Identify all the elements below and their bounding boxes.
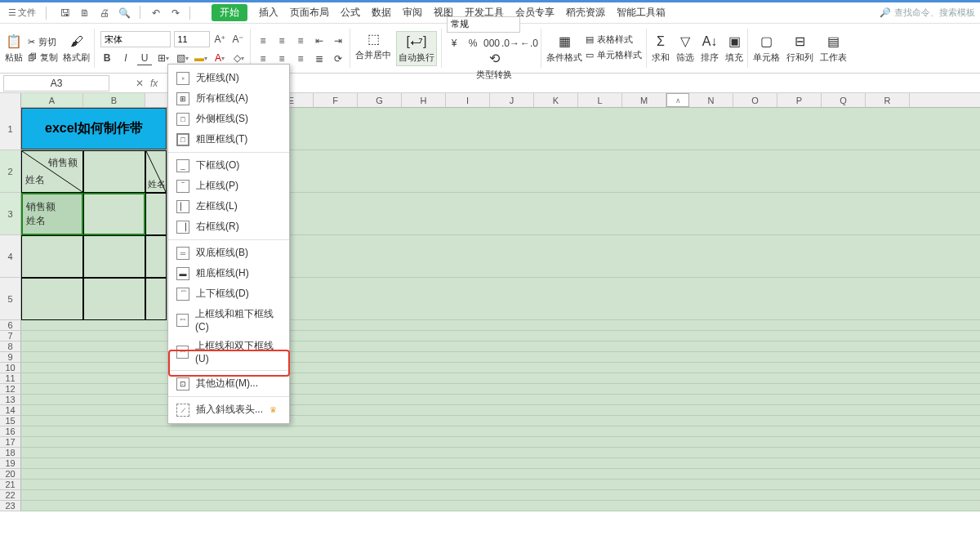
indent-left-icon[interactable]: ⇤ [312, 33, 327, 48]
diagonal-cell-A2[interactable]: 销售额 姓名 [21, 150, 83, 193]
row-cells[interactable] [21, 331, 980, 341]
col-header-B[interactable]: B [83, 93, 145, 107]
row-cells[interactable] [21, 458, 980, 469]
bold-icon[interactable]: B [100, 51, 114, 65]
row-header-7[interactable]: 7 [0, 331, 21, 341]
tab-start[interactable]: 开始 [212, 4, 247, 21]
cancel-fx-icon[interactable]: ✕ [136, 78, 144, 89]
dd-thick-border[interactable]: □粗匣框线(T) [168, 129, 289, 150]
dd-right-border[interactable]: ▕右框线(R) [168, 216, 289, 237]
save-icon[interactable]: 🖫 [58, 6, 73, 20]
redo-icon[interactable]: ↷ [168, 6, 183, 20]
cell-B5[interactable] [83, 278, 145, 320]
dd-top-bottom[interactable]: ⎴上下框线(D) [168, 283, 289, 304]
indent-right-icon[interactable]: ⇥ [331, 33, 345, 48]
inc-decimal-icon[interactable]: .0→ [503, 36, 518, 51]
italic-icon[interactable]: I [118, 51, 133, 65]
row-header-23[interactable]: 23 [0, 501, 21, 511]
row-cells[interactable] [21, 437, 980, 448]
rowcol-button[interactable]: ⊟行和列 [786, 33, 813, 64]
row-cells[interactable] [21, 352, 980, 363]
dd-other-border[interactable]: ⊡其他边框(M)... [168, 373, 289, 394]
row-cells[interactable] [21, 490, 980, 501]
tab-insert[interactable]: 插入 [259, 4, 278, 21]
row-cells[interactable] [21, 320, 980, 331]
dd-left-border[interactable]: ▏左框线(L) [168, 196, 289, 216]
underline-icon[interactable]: U [137, 51, 152, 65]
col-header-P[interactable]: P [777, 93, 822, 107]
row-cells[interactable] [21, 501, 980, 511]
cell-C5[interactable] [145, 278, 167, 320]
number-format-select[interactable] [447, 16, 520, 33]
col-header-Q[interactable]: Q [822, 93, 866, 107]
name-box[interactable]: A3 [3, 75, 109, 91]
row-header-14[interactable]: 14 [0, 405, 21, 416]
search-box[interactable]: 🔎 查找命令、搜索模板 [880, 7, 975, 19]
row-header-3[interactable]: 3 [0, 193, 21, 235]
decrease-font-icon[interactable]: A⁻ [231, 32, 246, 47]
col-header-R[interactable]: R [866, 93, 910, 107]
dd-outside-border[interactable]: □外侧框线(S) [168, 109, 289, 129]
row-cells[interactable] [21, 384, 980, 395]
col-header-A[interactable]: A [21, 93, 83, 107]
dd-diagonal-header[interactable]: ⟋插入斜线表头... ♛ [168, 399, 289, 420]
type-convert-button[interactable]: ⟲类型转换 [476, 51, 512, 81]
table-style-button[interactable]: ▤表格样式 [586, 33, 642, 46]
row-cells[interactable] [21, 373, 980, 384]
title-cell[interactable]: excel如何制作带 [21, 108, 167, 150]
row-cells[interactable] [21, 363, 980, 373]
paste-button[interactable]: 📋 粘贴 [5, 33, 23, 64]
row-header-1[interactable]: 1 [0, 108, 21, 150]
save-as-icon[interactable]: 🗎 [78, 6, 92, 20]
row-header-18[interactable]: 18 [0, 448, 21, 458]
cell-B4[interactable] [83, 235, 145, 278]
diagonal-cell-C2[interactable]: 姓名 [145, 150, 167, 193]
sort-button[interactable]: A↓排序 [701, 33, 719, 64]
row-header-20[interactable]: 20 [0, 469, 21, 480]
cell-B3[interactable] [83, 193, 145, 235]
dd-bottom-border[interactable]: _下框线(O) [168, 155, 289, 176]
font-size-select[interactable] [174, 31, 210, 47]
align-right-icon[interactable]: ≡ [293, 51, 308, 66]
cell-A4[interactable] [21, 235, 83, 278]
col-header-M[interactable]: M [622, 93, 666, 107]
increase-font-icon[interactable]: A⁺ [213, 32, 228, 47]
row-header-10[interactable]: 10 [0, 363, 21, 373]
wrap-button[interactable]: [⮐]自动换行 [396, 31, 437, 66]
row-header-9[interactable]: 9 [0, 352, 21, 363]
row-header-12[interactable]: 12 [0, 384, 21, 395]
justify-icon[interactable]: ≣ [312, 51, 327, 66]
orientation-icon[interactable]: ⟳ [331, 51, 345, 66]
cell-style-button[interactable]: ▭单元格样式 [586, 49, 642, 61]
dd-top-border[interactable]: ‾上框线(P) [168, 176, 289, 196]
row-cells[interactable] [21, 395, 980, 405]
tab-layout[interactable]: 页面布局 [290, 4, 329, 21]
row-header-15[interactable]: 15 [0, 416, 21, 426]
undo-icon[interactable]: ↶ [149, 6, 163, 20]
dd-no-border[interactable]: ▫无框线(N) [168, 68, 289, 88]
col-header-G[interactable]: G [358, 93, 402, 107]
row-header-2[interactable]: 2 [0, 150, 21, 193]
dd-dbl-bottom[interactable]: ═双底框线(B) [168, 243, 289, 263]
row-header-4[interactable]: 4 [0, 235, 21, 278]
freeze-indicator[interactable]: ∧ [666, 93, 689, 107]
row-header-21[interactable]: 21 [0, 480, 21, 490]
align-middle-icon[interactable]: ≡ [274, 33, 289, 48]
preview-icon[interactable]: 🔍 [117, 6, 131, 20]
tab-data[interactable]: 数据 [372, 4, 391, 21]
currency-icon[interactable]: ¥ [447, 36, 461, 51]
align-top-icon[interactable]: ≡ [256, 33, 270, 48]
row-cells[interactable] [21, 448, 980, 458]
cells-button[interactable]: ▢单元格 [753, 33, 780, 64]
fill-button[interactable]: ▣填充 [725, 33, 743, 64]
dd-top-thick-bottom[interactable]: ⎶上框线和粗下框线(C) [168, 304, 289, 336]
filter-button[interactable]: ▽筛选 [676, 33, 694, 64]
cell-B2[interactable] [83, 150, 145, 193]
col-header-O[interactable]: O [733, 93, 777, 107]
tab-review[interactable]: 审阅 [403, 4, 422, 21]
cell-C4[interactable] [145, 235, 167, 278]
merge-button[interactable]: ⬚合并居中 [355, 31, 391, 66]
font-name-select[interactable] [100, 31, 171, 47]
cut-button[interactable]: ✂剪切 [28, 36, 58, 48]
align-bottom-icon[interactable]: ≡ [293, 33, 308, 48]
